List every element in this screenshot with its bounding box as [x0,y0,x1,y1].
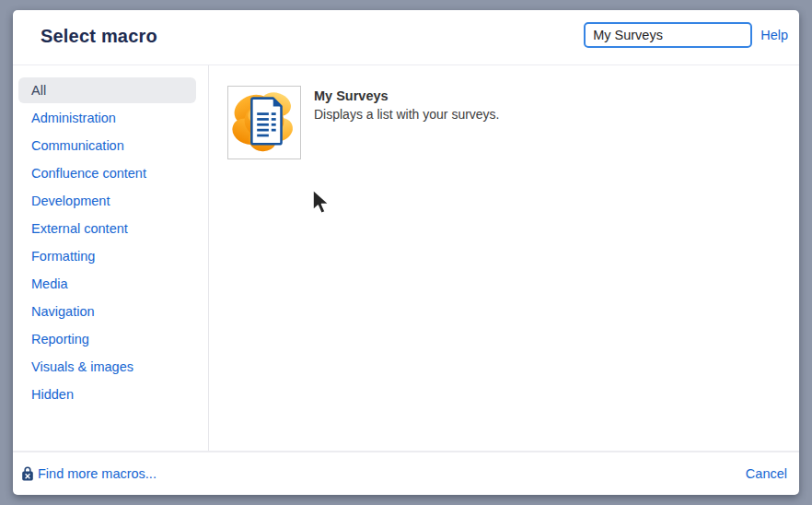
sidebar-item-all[interactable]: All [18,77,196,103]
header-right-group: Help [584,22,788,48]
marketplace-plugin-icon [21,466,34,482]
sidebar-item-visuals-images[interactable]: Visuals & images [18,354,196,380]
sidebar-item-development[interactable]: Development [18,188,196,214]
dialog-header: Select macro Help [13,10,799,65]
dialog-body: All Administration Communication Conflue… [13,65,799,451]
select-macro-dialog: Select macro Help All Administration Com… [13,10,799,495]
help-link[interactable]: Help [760,28,788,42]
sidebar-item-hidden[interactable]: Hidden [18,382,196,407]
sidebar-item-formatting[interactable]: Formatting [18,243,196,269]
find-more-macros-link[interactable]: Find more macros... [21,466,157,482]
dialog-footer: Find more macros... Cancel [13,451,799,495]
sidebar-item-media[interactable]: Media [18,271,196,297]
cancel-button[interactable]: Cancel [746,466,787,481]
screen: { "dialog": { "title": "Select macro", "… [0,0,812,505]
sidebar-item-administration[interactable]: Administration [18,105,196,131]
category-sidebar: All Administration Communication Conflue… [13,65,209,451]
macro-info: My Surveys Displays a list with your sur… [314,86,500,122]
macro-title: My Surveys [314,88,500,103]
macro-search-input[interactable] [584,22,752,48]
sidebar-item-confluence-content[interactable]: Confluence content [18,160,196,186]
surveys-macro-icon [228,85,300,160]
macro-description: Displays a list with your surveys. [314,107,500,122]
macro-icon-frame [227,86,301,159]
page-title: Select macro [41,26,157,47]
sidebar-item-communication[interactable]: Communication [18,133,196,159]
sidebar-item-reporting[interactable]: Reporting [18,326,196,352]
find-more-macros-label[interactable]: Find more macros... [38,466,157,481]
macro-result-item[interactable]: My Surveys Displays a list with your sur… [209,65,799,451]
sidebar-item-navigation[interactable]: Navigation [18,299,196,324]
sidebar-item-external-content[interactable]: External content [18,216,196,241]
